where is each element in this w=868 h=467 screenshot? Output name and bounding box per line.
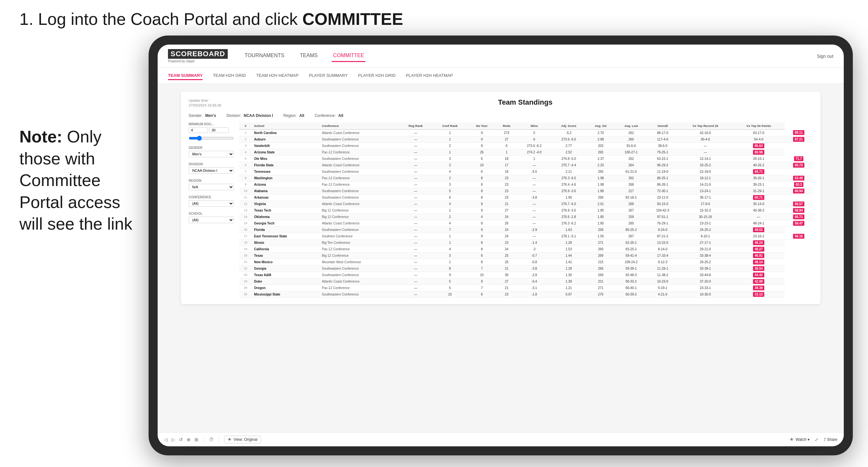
table-row: 18IllinoisBig Ten Conference—1823-1.41.2… <box>239 239 813 246</box>
toolbar-clock-icon[interactable]: ⏱ <box>209 437 214 442</box>
toolbar-reload-icon[interactable]: ↺ <box>179 437 183 442</box>
sign-out-button[interactable]: Sign out <box>817 54 833 59</box>
share-button[interactable]: ⤴ Share <box>824 437 837 442</box>
sidebar-region-select[interactable]: N/A All <box>189 184 234 190</box>
rank-cell: 21 <box>239 259 252 265</box>
nav-tournaments[interactable]: TOURNAMENTS <box>243 50 285 62</box>
data-cell: 1 <box>432 149 468 155</box>
data-cell: 8 <box>468 252 496 259</box>
sidebar-conference-select[interactable]: (All) <box>189 200 234 207</box>
toolbar-share2-icon[interactable]: ⊕ <box>187 437 191 442</box>
subnav-player-summary[interactable]: PLAYER SUMMARY <box>309 72 348 80</box>
watch-button[interactable]: 👁 Watch ▾ <box>790 437 809 442</box>
data-cell: 79-25-1 <box>647 149 678 155</box>
toolbar-forward-icon[interactable]: ▷ <box>172 437 175 442</box>
conf-cell: Southeastern Conference <box>320 136 399 143</box>
rank-cell: 18 <box>239 239 252 246</box>
data-cell: 1.30 <box>551 272 586 278</box>
data-cell: 9 <box>468 226 496 233</box>
points-cell: 46.91 <box>733 252 785 259</box>
subnav-team-h2h-grid[interactable]: TEAM H2H GRID <box>213 72 246 80</box>
conf-cell: Atlantic Coast Conference <box>320 129 399 136</box>
bottom-toolbar: ◁ ▷ ↺ ⊕ ⊞ ⏱ 👁 View: Original 👁 Watch ▾ ⤢… <box>158 432 844 446</box>
data-cell: 1.85 <box>586 220 615 226</box>
data-cell: 1.41 <box>551 259 586 265</box>
data-cell: 265 <box>586 149 615 155</box>
table-row: 16FloridaSoutheastern Conference—7924-2.… <box>239 226 813 233</box>
points-cell: 63.49 <box>785 175 813 181</box>
data-cell: 266 <box>586 265 615 272</box>
rank-cell: 10 <box>239 188 252 194</box>
view-original-button[interactable]: 👁 View: Original <box>224 436 261 443</box>
table-row: 9ArizonaPac-12 Conference—3823—276.4 -4.… <box>239 181 813 188</box>
data-cell: 1 <box>496 149 517 155</box>
data-cell: 23 <box>496 239 517 246</box>
data-cell: 262 <box>615 175 647 181</box>
data-cell: 10 <box>468 162 496 168</box>
th-rnds: Rnds <box>496 122 517 129</box>
sidebar-school-label: School <box>189 212 234 215</box>
toolbar-expand-icon[interactable]: ⤢ <box>815 437 818 442</box>
committee-bold: COMMITTEE <box>302 10 403 28</box>
subnav-team-summary[interactable]: TEAM SUMMARY <box>168 72 203 80</box>
min-rou-slider[interactable] <box>189 136 234 141</box>
data-cell: 2 <box>432 143 468 149</box>
points-cell: 48.27 <box>733 246 785 252</box>
rank-cell: 11 <box>239 194 252 200</box>
data-cell: 25 <box>496 252 517 259</box>
share-label: Share <box>827 437 837 442</box>
view-icon: 👁 <box>228 437 231 442</box>
data-cell: 1 <box>432 239 468 246</box>
data-cell: 8 <box>468 181 496 188</box>
rank-cell: 13 <box>239 207 252 214</box>
data-cell: 92-48-3 <box>615 272 647 278</box>
data-cell: 24 <box>496 233 517 239</box>
data-cell: 273 <box>496 129 517 136</box>
data-cell: 66-40-1 <box>615 284 647 291</box>
rank-cell: 9 <box>239 181 252 188</box>
toolbar-back-icon[interactable]: ◁ <box>164 437 168 442</box>
data-cell: — <box>517 200 551 207</box>
sidebar-gender-select[interactable]: Men's Women's <box>189 151 234 157</box>
data-cell: 97-51-1 <box>647 214 678 220</box>
data-cell: 1.98 <box>586 175 615 181</box>
data-cell: — <box>399 162 432 168</box>
sidebar-division-select[interactable]: NCAA Division I NCAA Division II <box>189 167 234 174</box>
subnav-player-h2h-heatmap[interactable]: PLAYER H2H HEATMAP <box>406 72 453 80</box>
toolbar-bookmark-icon[interactable]: ⊞ <box>194 437 198 442</box>
sidebar-minimum-rou: Minimum Rou... <box>189 122 234 142</box>
data-cell: — <box>517 162 551 168</box>
data-cell: — <box>399 194 432 200</box>
data-cell: — <box>399 175 432 181</box>
data-cell: 23 <box>496 181 517 188</box>
data-cell: 62-25-1 <box>615 239 647 246</box>
nav-committee[interactable]: COMMITTEE <box>332 50 365 62</box>
data-cell: 27 <box>496 136 517 143</box>
division-filter: Division: NCAA Division I <box>226 113 273 118</box>
points-cell: 80.98 <box>733 149 785 155</box>
data-cell: — <box>399 129 432 136</box>
max-field[interactable] <box>209 127 229 133</box>
subnav-player-h2h-grid[interactable]: PLAYER H2H GRID <box>358 72 395 80</box>
data-cell: 203 <box>586 143 615 149</box>
rank-cell: 6 <box>239 162 252 168</box>
points-cell: 58.47 <box>785 220 813 226</box>
data-cell: 8 <box>468 246 496 252</box>
data-cell: 24 <box>496 214 517 220</box>
sidebar-region-section: Region N/A All <box>189 179 234 191</box>
conf-cell: Pac-12 Conference <box>320 284 399 291</box>
nav-teams[interactable]: TEAMS <box>299 50 319 62</box>
conf-cell: Pac-12 Conference <box>320 246 399 252</box>
data-cell: 3 <box>432 155 468 162</box>
subnav-team-h2h-heatmap[interactable]: TEAM H2H HEATMAP <box>256 72 299 80</box>
gender-filter: Gender: Men's <box>189 113 216 118</box>
conf-cell: Southeastern Conference <box>320 155 399 162</box>
school-cell: Texas <box>252 252 320 259</box>
points-cell: 49.24 <box>733 239 785 246</box>
sidebar-conference-label: Conference <box>189 195 234 199</box>
data-cell: 59-39-1 <box>615 265 647 272</box>
data-cell: 18 <box>496 155 517 162</box>
sidebar-school-select[interactable]: (All) <box>189 217 234 223</box>
min-field[interactable] <box>189 127 208 133</box>
data-cell: 109-24-2 <box>615 259 647 265</box>
